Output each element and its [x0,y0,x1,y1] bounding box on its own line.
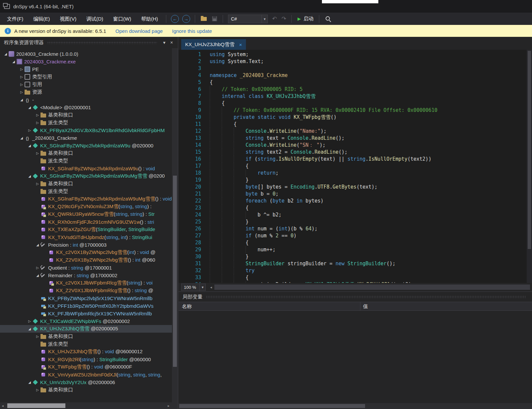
scrollbar-thumb[interactable] [214,285,530,290]
tree-item[interactable]: ◢Remainder : string @17000002 [0,272,172,279]
expander-collapsed-icon[interactable]: ▷ [35,335,40,338]
tree-item[interactable]: KX_TXVsdGlTdHJpbmdz(string, int) : Strin… [0,233,172,241]
expander-expanded-icon[interactable]: ◢ [19,98,25,102]
scrollbar-thumb[interactable] [528,51,531,249]
tree-item[interactable]: KX_VmVyaWZ5U2lnbmF0dXJl(string, string, … [0,371,172,378]
menu-debug[interactable]: 调试(D) [81,13,108,25]
expander-collapsed-icon[interactable]: ▷ [35,113,40,117]
start-debug-button[interactable]: ▶ 启动 [295,16,316,22]
open-file-icon[interactable] [201,17,207,21]
tree-item[interactable]: ◢2024003_Crackme (1.0.0.0) [0,50,172,58]
tree-item[interactable]: KX_TXlEaXZpZGU雪(StringBuilder, StringBui… [0,226,172,233]
expander-collapsed-icon[interactable]: ▷ [35,266,40,270]
expander-expanded-icon[interactable]: ◢ [11,60,17,63]
search-icon[interactable] [325,16,331,22]
tree-item[interactable]: KX_PFByZWNpc2lvbj5rX19CYWNraW5nRmllb [0,294,172,302]
explorer-horizontal-scrollbar[interactable]: ◂ ▸ [0,402,178,409]
tree-item[interactable]: ◢KX_SGlnaFByZWNpc2lvbkRpdmlzaW9u @020000 [0,142,172,149]
scrollbar-thumb[interactable] [173,176,177,367]
tree-item[interactable]: ▷基类和接口 [0,111,172,119]
tree-item[interactable]: ◢_2024003_Crackme [0,134,172,142]
tree-item[interactable]: ▷引用 [0,81,172,88]
tree-item[interactable]: ▷基类和接口 [0,149,172,157]
explorer-vertical-scrollbar[interactable] [172,48,178,402]
tree-item[interactable]: KX_QWRkU3RyaW5ncw雪雪(string, string) : St… [0,210,172,218]
tree-item[interactable]: KX_UHJvZ3JhbQ雪雪() : void @06000012 [0,348,172,356]
expander-collapsed-icon[interactable]: ▷ [19,90,25,94]
scroll-left-icon[interactable]: ◂ [0,404,5,408]
expander-expanded-icon[interactable]: ◢ [19,136,25,140]
expander-expanded-icon[interactable]: ◢ [3,52,9,56]
expander-expanded-icon[interactable]: ◢ [35,243,40,247]
menu-file[interactable]: 文件(F) [2,13,28,25]
expander-expanded-icon[interactable]: ◢ [27,380,33,384]
tree-item[interactable]: ▷基类和接口 [0,386,172,394]
tree-item[interactable]: ▷Quotient : string @17000001 [0,264,172,272]
expander-expanded-icon[interactable]: ◢ [27,144,33,147]
tree-item[interactable]: KX_Z2V0X1ByZWNpc2lvbg雪雪() : int @060 [0,256,172,264]
tree-item[interactable]: ◢KX_UmVzb3VyY2Ux @02000006 [0,378,172,386]
locals-name-column[interactable]: 名称 [179,302,360,310]
tree-item[interactable]: KX_c2V0X1JlbWFpbmRlcg雪雪(string) : voi [0,279,172,287]
tree-item[interactable]: 派生类型 [0,188,172,195]
tree-item[interactable]: KX_SGlnaFByZWNpc2lvbkRpdmlzaW9uMg雪雪() : … [0,195,172,203]
scrollbar-thumb[interactable] [179,404,365,408]
tree-item[interactable]: ◢<Module> @02000001 [0,104,172,111]
ignore-update-link[interactable]: Ignore this update [172,28,212,34]
locals-value-column[interactable]: 值 [360,302,532,310]
tree-item[interactable]: KX_SGlnaFByZWNpc2lvbkRpdmlzaW9u() : void [0,165,172,172]
tree-item[interactable]: ▷KX_PFByaXZhdGVJbXBsZW1lbnRhdGlvbkRldGFp… [0,126,172,134]
tree-item[interactable]: ▷KX_TXlCaWdEZWNpbWFs @02000002 [0,317,172,325]
navigate-forward-icon[interactable]: → [182,15,190,23]
locals-body[interactable] [179,311,532,403]
tree-item[interactable]: ▷PE [0,65,172,73]
scrollbar-thumb[interactable] [7,403,65,408]
menu-edit[interactable]: 编辑(E) [28,13,55,25]
tree-item[interactable]: ◢KX_UHJvZ3JhbQ雪雪 @02000005 [0,325,172,333]
panel-menu-icon[interactable]: ▾ [161,40,168,45]
close-tab-icon[interactable]: × [239,42,242,47]
expander-collapsed-icon[interactable]: ▷ [27,128,33,132]
tree-item[interactable]: 派生类型 [0,157,172,165]
expander-expanded-icon[interactable]: ◢ [27,327,33,331]
tree-item[interactable]: KX_Q29tcGFyZVN0cmluZ3M雪(string, string) … [0,203,172,210]
tree-item[interactable]: ▷基类和接口 [0,333,172,340]
expander-collapsed-icon[interactable]: ▷ [19,83,25,86]
assembly-tree[interactable]: ◢2024003_Crackme (1.0.0.0)◢2024003_Crack… [0,48,172,402]
expander-collapsed-icon[interactable]: ▷ [35,388,40,392]
scroll-right-icon[interactable]: ▸ [166,404,171,408]
tree-item[interactable]: ◢Precision : int @17000003 [0,241,172,249]
tree-item[interactable]: KX_RXh0cmFjdFJlc291cmNlVG9UZW1w() : stri [0,218,172,226]
expander-collapsed-icon[interactable]: ▷ [35,151,40,155]
expander-expanded-icon[interactable]: ◢ [27,174,33,178]
scroll-left-icon[interactable]: ◂ [208,285,214,289]
tree-item[interactable]: KX_PFJlbWFpbmRlcj5rX19CYWNraW5nRmllb [0,310,172,317]
tree-item[interactable]: ▷派生类型 [0,119,172,126]
language-select[interactable]: C# ▾ [228,15,268,23]
tree-item[interactable]: KX_TWFpbg雪雪() : void @0600000F [0,363,172,371]
panel-close-icon[interactable]: × [168,40,175,45]
tree-item[interactable]: KX_RGVjb2Rl(string) : StringBuilder @060… [0,356,172,363]
chevron-down-icon[interactable]: ▾ [262,15,267,23]
tree-item[interactable]: ▷基类和接口 [0,180,172,188]
tree-item[interactable]: KX_PFF1b3RpZW50PmtfX0JhY2tpbmdGaWVs [0,302,172,310]
tree-item[interactable]: ▷类型引用 [0,73,172,81]
zoom-select[interactable]: 100 % ▾ [181,284,206,291]
tree-item[interactable]: ▷资源 [0,88,172,96]
chevron-down-icon[interactable]: ▾ [199,283,205,291]
tree-item[interactable]: ◢2024003_Crackme.exe [0,58,172,65]
expander-expanded-icon[interactable]: ◢ [35,274,40,277]
navigate-back-icon[interactable]: ← [171,15,179,23]
tree-item[interactable]: 派生类型 [0,340,172,348]
expander-collapsed-icon[interactable]: ▷ [19,67,25,71]
open-download-page-link[interactable]: Open download page [115,28,163,34]
tree-item[interactable]: ◢KX_SGlnaFByZWNpc2lvbkRpdmlzaW9uMg雪雪 @02… [0,172,172,180]
menu-help[interactable]: 帮助(H) [136,13,163,25]
expander-collapsed-icon[interactable]: ▷ [19,75,25,79]
editor-vertical-scrollbar[interactable] [527,50,532,283]
tree-item[interactable]: KX_Z2V0X1JlbWFpbmRlcg雪雪() : string @ [0,287,172,294]
code-editor[interactable]: 1using System;2using System.Text;34names… [179,50,527,283]
expander-collapsed-icon[interactable]: ▷ [35,121,40,124]
expander-collapsed-icon[interactable]: ▷ [35,182,40,186]
tree-item[interactable]: KX_c2V0X1ByZWNpc2lvbg雪雪(int) : void @ [0,249,172,256]
